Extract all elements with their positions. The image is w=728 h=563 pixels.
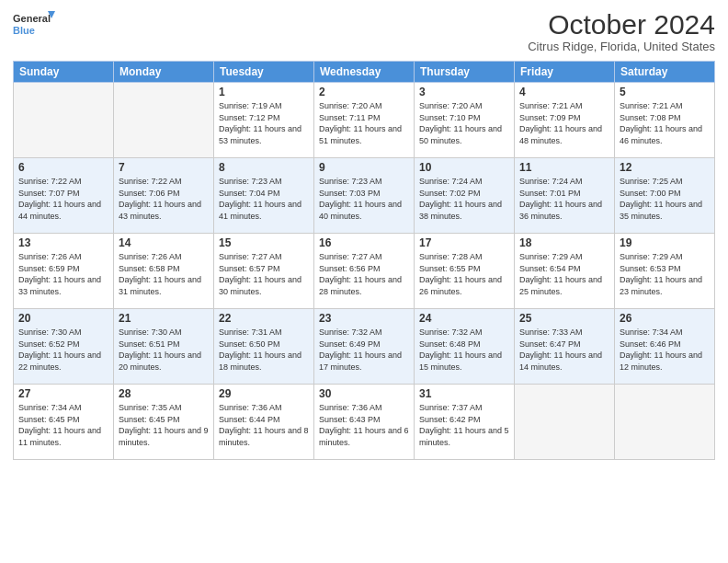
logo-svg: General Blue — [13, 9, 55, 42]
day-cell: 2Sunrise: 7:20 AM Sunset: 7:11 PM Daylig… — [314, 83, 415, 158]
day-cell: 26Sunrise: 7:34 AM Sunset: 6:46 PM Dayli… — [615, 309, 715, 385]
day-info: Sunrise: 7:20 AM Sunset: 7:10 PM Dayligh… — [419, 100, 509, 146]
day-info: Sunrise: 7:23 AM Sunset: 7:04 PM Dayligh… — [219, 176, 309, 222]
svg-text:General: General — [13, 13, 51, 24]
day-info: Sunrise: 7:28 AM Sunset: 6:55 PM Dayligh… — [419, 251, 509, 297]
day-cell: 3Sunrise: 7:20 AM Sunset: 7:10 PM Daylig… — [415, 83, 515, 158]
day-number: 5 — [620, 86, 710, 98]
col-friday: Friday — [515, 62, 615, 83]
day-info: Sunrise: 7:23 AM Sunset: 7:03 PM Dayligh… — [319, 176, 409, 222]
day-info: Sunrise: 7:27 AM Sunset: 6:56 PM Dayligh… — [319, 251, 409, 297]
col-saturday: Saturday — [615, 62, 715, 83]
day-info: Sunrise: 7:24 AM Sunset: 7:02 PM Dayligh… — [419, 176, 509, 222]
day-number: 2 — [319, 86, 409, 98]
day-info: Sunrise: 7:34 AM Sunset: 6:46 PM Dayligh… — [620, 327, 710, 373]
day-number: 15 — [219, 236, 309, 249]
col-thursday: Thursday — [415, 62, 515, 83]
day-cell: 6Sunrise: 7:22 AM Sunset: 7:07 PM Daylig… — [14, 158, 114, 234]
day-cell: 31Sunrise: 7:37 AM Sunset: 6:42 PM Dayli… — [415, 385, 515, 460]
day-info: Sunrise: 7:22 AM Sunset: 7:07 PM Dayligh… — [18, 176, 108, 222]
day-cell: 10Sunrise: 7:24 AM Sunset: 7:02 PM Dayli… — [415, 158, 515, 234]
day-number: 30 — [319, 387, 409, 400]
day-number: 28 — [119, 387, 209, 400]
day-info: Sunrise: 7:34 AM Sunset: 6:45 PM Dayligh… — [18, 402, 108, 448]
day-cell: 20Sunrise: 7:30 AM Sunset: 6:52 PM Dayli… — [14, 309, 114, 385]
day-info: Sunrise: 7:30 AM Sunset: 6:52 PM Dayligh… — [18, 327, 108, 373]
day-cell — [615, 385, 715, 460]
day-cell: 15Sunrise: 7:27 AM Sunset: 6:57 PM Dayli… — [214, 234, 314, 309]
day-cell: 25Sunrise: 7:33 AM Sunset: 6:47 PM Dayli… — [515, 309, 615, 385]
day-number: 7 — [119, 161, 209, 174]
day-cell: 5Sunrise: 7:21 AM Sunset: 7:08 PM Daylig… — [615, 83, 715, 158]
svg-text:Blue: Blue — [13, 25, 35, 36]
day-info: Sunrise: 7:22 AM Sunset: 7:06 PM Dayligh… — [119, 176, 209, 222]
day-info: Sunrise: 7:20 AM Sunset: 7:11 PM Dayligh… — [319, 100, 409, 146]
day-info: Sunrise: 7:21 AM Sunset: 7:08 PM Dayligh… — [620, 100, 710, 146]
day-info: Sunrise: 7:26 AM Sunset: 6:58 PM Dayligh… — [119, 251, 209, 297]
day-info: Sunrise: 7:24 AM Sunset: 7:01 PM Dayligh… — [519, 176, 609, 222]
day-number: 4 — [519, 86, 609, 98]
day-cell: 12Sunrise: 7:25 AM Sunset: 7:00 PM Dayli… — [615, 158, 715, 234]
main-title: October 2024 — [528, 9, 715, 40]
day-cell: 17Sunrise: 7:28 AM Sunset: 6:55 PM Dayli… — [415, 234, 515, 309]
day-number: 23 — [319, 312, 409, 325]
day-number: 12 — [620, 161, 710, 174]
day-cell: 24Sunrise: 7:32 AM Sunset: 6:48 PM Dayli… — [415, 309, 515, 385]
day-number: 9 — [319, 161, 409, 174]
day-cell: 7Sunrise: 7:22 AM Sunset: 7:06 PM Daylig… — [114, 158, 214, 234]
day-info: Sunrise: 7:32 AM Sunset: 6:48 PM Dayligh… — [419, 327, 509, 373]
day-cell: 22Sunrise: 7:31 AM Sunset: 6:50 PM Dayli… — [214, 309, 314, 385]
day-number: 25 — [519, 312, 609, 325]
day-cell: 11Sunrise: 7:24 AM Sunset: 7:01 PM Dayli… — [515, 158, 615, 234]
day-cell: 9Sunrise: 7:23 AM Sunset: 7:03 PM Daylig… — [314, 158, 415, 234]
day-cell: 13Sunrise: 7:26 AM Sunset: 6:59 PM Dayli… — [14, 234, 114, 309]
day-number: 22 — [219, 312, 309, 325]
day-number: 11 — [519, 161, 609, 174]
day-info: Sunrise: 7:25 AM Sunset: 7:00 PM Dayligh… — [620, 176, 710, 222]
day-number: 27 — [18, 387, 108, 400]
day-cell: 30Sunrise: 7:36 AM Sunset: 6:43 PM Dayli… — [314, 385, 415, 460]
day-number: 14 — [119, 236, 209, 249]
day-cell: 4Sunrise: 7:21 AM Sunset: 7:09 PM Daylig… — [515, 83, 615, 158]
day-info: Sunrise: 7:36 AM Sunset: 6:43 PM Dayligh… — [319, 402, 409, 448]
day-info: Sunrise: 7:35 AM Sunset: 6:45 PM Dayligh… — [119, 402, 209, 448]
day-number: 1 — [219, 86, 309, 98]
week-row-4: 20Sunrise: 7:30 AM Sunset: 6:52 PM Dayli… — [14, 309, 715, 385]
day-info: Sunrise: 7:36 AM Sunset: 6:44 PM Dayligh… — [219, 402, 309, 448]
day-cell: 14Sunrise: 7:26 AM Sunset: 6:58 PM Dayli… — [114, 234, 214, 309]
header: General Blue October 2024 Citrus Ridge, … — [13, 9, 715, 53]
page: General Blue October 2024 Citrus Ridge, … — [0, 0, 728, 563]
day-number: 24 — [419, 312, 509, 325]
day-number: 31 — [419, 387, 509, 400]
day-info: Sunrise: 7:31 AM Sunset: 6:50 PM Dayligh… — [219, 327, 309, 373]
day-cell: 8Sunrise: 7:23 AM Sunset: 7:04 PM Daylig… — [214, 158, 314, 234]
day-info: Sunrise: 7:29 AM Sunset: 6:54 PM Dayligh… — [519, 251, 609, 297]
day-info: Sunrise: 7:30 AM Sunset: 6:51 PM Dayligh… — [119, 327, 209, 373]
col-sunday: Sunday — [14, 62, 114, 83]
day-cell: 19Sunrise: 7:29 AM Sunset: 6:53 PM Dayli… — [615, 234, 715, 309]
day-cell: 23Sunrise: 7:32 AM Sunset: 6:49 PM Dayli… — [314, 309, 415, 385]
day-info: Sunrise: 7:29 AM Sunset: 6:53 PM Dayligh… — [620, 251, 710, 297]
logo: General Blue — [13, 9, 55, 42]
day-number: 16 — [319, 236, 409, 249]
col-tuesday: Tuesday — [214, 62, 314, 83]
day-number: 10 — [419, 161, 509, 174]
day-number: 20 — [18, 312, 108, 325]
day-number: 6 — [18, 161, 108, 174]
day-info: Sunrise: 7:32 AM Sunset: 6:49 PM Dayligh… — [319, 327, 409, 373]
day-number: 29 — [219, 387, 309, 400]
day-number: 17 — [419, 236, 509, 249]
week-row-3: 13Sunrise: 7:26 AM Sunset: 6:59 PM Dayli… — [14, 234, 715, 309]
day-cell — [114, 83, 214, 158]
day-info: Sunrise: 7:37 AM Sunset: 6:42 PM Dayligh… — [419, 402, 509, 448]
day-cell: 28Sunrise: 7:35 AM Sunset: 6:45 PM Dayli… — [114, 385, 214, 460]
day-cell: 29Sunrise: 7:36 AM Sunset: 6:44 PM Dayli… — [214, 385, 314, 460]
week-row-1: 1Sunrise: 7:19 AM Sunset: 7:12 PM Daylig… — [14, 83, 715, 158]
day-number: 18 — [519, 236, 609, 249]
day-info: Sunrise: 7:27 AM Sunset: 6:57 PM Dayligh… — [219, 251, 309, 297]
day-number: 3 — [419, 86, 509, 98]
week-row-5: 27Sunrise: 7:34 AM Sunset: 6:45 PM Dayli… — [14, 385, 715, 460]
day-cell — [14, 83, 114, 158]
day-cell: 27Sunrise: 7:34 AM Sunset: 6:45 PM Dayli… — [14, 385, 114, 460]
week-row-2: 6Sunrise: 7:22 AM Sunset: 7:07 PM Daylig… — [14, 158, 715, 234]
